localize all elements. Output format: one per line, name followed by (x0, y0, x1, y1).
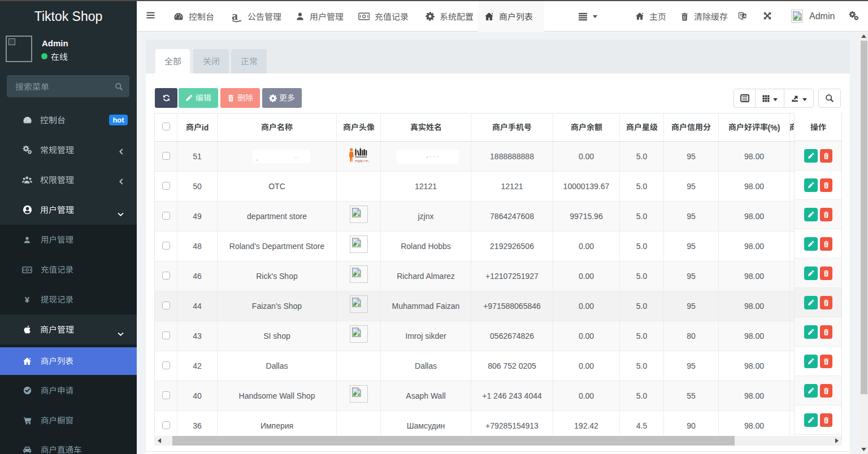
svg-text:A: A (743, 14, 746, 18)
svg-text:中国商户中心: 中国商户中心 (354, 159, 368, 163)
